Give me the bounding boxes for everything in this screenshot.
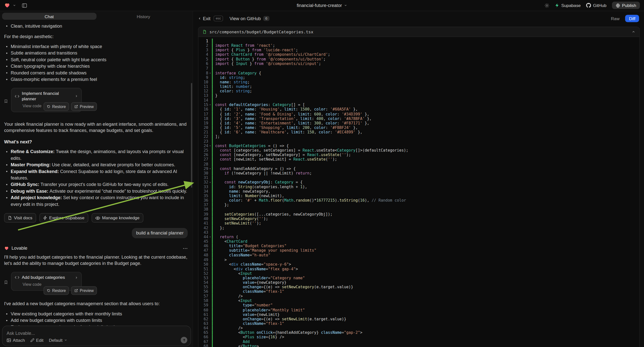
line-number: 57 <box>198 294 208 298</box>
line-number: 68 <box>198 344 208 347</box>
code-line: 33 id: String(categories.length + 1), <box>198 184 640 189</box>
chevron-left-icon <box>198 17 201 20</box>
bookmark-icon[interactable] <box>4 90 8 112</box>
preview-button[interactable]: Preview <box>71 102 97 111</box>
line-number: 41 <box>198 221 208 225</box>
file-header[interactable]: src/components/budget/BudgetCategories.t… <box>198 27 640 37</box>
list-item: GitHub Sync:Transfer your project's code… <box>4 181 188 188</box>
code-text: import React from 'react'; <box>212 43 275 48</box>
code-text: import { Input } from '@/components/ui/i… <box>212 62 321 66</box>
explore-supabase-button[interactable]: Explore Supabase <box>39 213 88 222</box>
tab-chat[interactable]: Chat <box>2 13 96 20</box>
line-number: 7 <box>198 66 208 70</box>
chevron-up-icon[interactable] <box>632 30 636 34</box>
line-number: 61 <box>198 312 208 316</box>
code-text: const newCategoryObj: Category = { <box>212 180 302 184</box>
code-line: 30 if (!newCategory || !newLimit) return… <box>198 171 640 175</box>
line-number: 24 <box>198 144 208 148</box>
code-line: 32▾ const newCategoryObj: Category = { <box>198 180 640 184</box>
code-text: id: string; <box>212 75 245 80</box>
design-intro: For the design aesthetic: <box>4 34 188 40</box>
restore-button[interactable]: Restore <box>44 286 69 295</box>
code-line: 40 setNewCategory(''); <box>198 216 640 221</box>
line-number: 49 <box>198 258 208 262</box>
chat-input[interactable] <box>6 330 168 336</box>
supabase-button[interactable]: Supabase <box>555 3 580 8</box>
bookmark-icon[interactable] <box>4 274 8 291</box>
restore-icon <box>47 105 50 108</box>
line-number: 2 <box>198 43 208 48</box>
line-number: 58 <box>198 298 208 303</box>
fold-chevron-icon[interactable]: ▾ <box>208 166 212 171</box>
list-item: Clean, intuitive navigation <box>4 23 188 29</box>
publish-button[interactable]: Publish <box>612 2 640 9</box>
fold-chevron-icon[interactable]: ▾ <box>208 180 212 184</box>
code-line: 59 type="number" <box>198 303 640 308</box>
fold-chevron-icon[interactable]: ▾ <box>208 234 212 239</box>
code-text: { id: '5', name: 'Shopping', limit: 200,… <box>212 125 358 130</box>
code-line: 5import { Button } from '@/components/ui… <box>198 57 640 61</box>
code-line: 52 <Input <box>198 271 640 276</box>
fold-gutter <box>208 80 212 84</box>
file-diff-card: src/components/budget/BudgetCategories.t… <box>198 27 640 347</box>
document-icon <box>8 216 12 220</box>
fold-gutter <box>208 152 212 157</box>
lovable-logo-heart-icon[interactable] <box>4 2 10 8</box>
view-on-github-tab[interactable]: View on GitHub 6 <box>230 16 269 21</box>
model-mode-selector[interactable]: Default <box>49 338 68 342</box>
line-number: 3 <box>198 48 208 52</box>
code-text: > <box>212 258 226 262</box>
line-number: 51 <box>198 266 208 271</box>
fold-gutter <box>208 66 212 70</box>
manage-knowledge-button[interactable]: Manage knowledge <box>91 213 143 222</box>
code-line: 3import { Plus } from 'lucide-react'; <box>198 48 640 52</box>
chat-messages[interactable]: Clean, intuitive navigation For the desi… <box>0 20 193 347</box>
tab-history[interactable]: History <box>96 13 191 20</box>
code-line: 46 title="Budget Categories" <box>198 244 640 248</box>
code-text: const defaultCategories: Category[] = [ <box>212 102 305 107</box>
fold-gutter <box>208 258 212 262</box>
code-text: { id: '2', name: 'Food & Dining', limit:… <box>212 112 369 116</box>
chevron-down-icon[interactable] <box>13 4 16 7</box>
sidebar-toggle-icon[interactable] <box>22 3 27 8</box>
chat-scrollbar[interactable] <box>191 83 192 188</box>
fold-gutter <box>208 134 212 139</box>
code-line: 22]; <box>198 134 640 139</box>
github-icon <box>586 3 591 8</box>
line-number: 21 <box>198 130 208 134</box>
chevron-down-icon <box>64 338 68 342</box>
code-line: 44▾ return ( <box>198 234 640 239</box>
project-name-menu[interactable]: financial-future-creator <box>297 3 347 8</box>
code-line: 53 placeholder="Category name" <box>198 276 640 280</box>
code-text: const [newLimit, setNewLimit] = React.us… <box>212 157 337 162</box>
diff-toggle-button[interactable]: Diff <box>625 15 639 22</box>
code-text: className="flex-1" <box>212 321 284 326</box>
fold-gutter <box>208 289 212 294</box>
visit-docs-button[interactable]: Visit docs <box>4 213 36 222</box>
github-button[interactable]: GitHub <box>586 3 606 8</box>
attach-button[interactable]: Attach <box>6 338 25 342</box>
fold-chevron-icon[interactable]: ▾ <box>208 70 212 75</box>
raw-toggle-button[interactable]: Raw <box>608 15 623 22</box>
fold-gutter <box>208 38 212 43</box>
fold-gutter <box>208 157 212 162</box>
more-options-icon[interactable] <box>183 248 188 249</box>
preview-button[interactable]: Preview <box>71 286 97 295</box>
next-steps-list: Refine & Customize:Tweak the design, ani… <box>4 148 188 208</box>
code-view-toggles: Raw Diff <box>608 15 639 22</box>
fold-gutter <box>208 226 212 230</box>
settings-gear-icon[interactable] <box>544 3 549 8</box>
fold-chevron-icon[interactable]: ▾ <box>208 144 212 148</box>
line-number: 39 <box>198 212 208 216</box>
code-editor[interactable]: 12import React from 'react';3import { Pl… <box>198 37 640 347</box>
send-button[interactable] <box>181 337 187 343</box>
line-number: 60 <box>198 308 208 312</box>
edit-mode-button[interactable]: Edit <box>30 338 44 342</box>
external-link-icon <box>74 105 78 108</box>
fold-chevron-icon[interactable]: ▾ <box>208 102 212 107</box>
exit-button[interactable]: Exit <box>198 16 210 21</box>
line-number: 30 <box>198 171 208 175</box>
restore-button[interactable]: Restore <box>44 102 69 111</box>
line-number: 12 <box>198 88 208 93</box>
user-message-row: build a financial planner <box>4 228 188 238</box>
